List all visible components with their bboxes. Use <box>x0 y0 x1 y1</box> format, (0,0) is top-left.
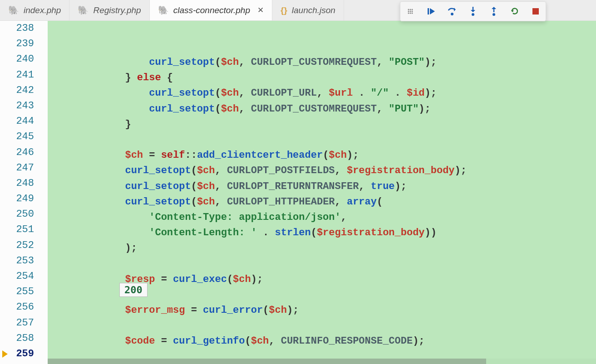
line-number-gutter[interactable]: 2382392402412422432442452462472482492502… <box>0 21 48 364</box>
line-number[interactable]: 256 <box>0 300 48 315</box>
line-number[interactable]: 245 <box>0 129 48 145</box>
line-number[interactable]: 247 <box>0 160 48 176</box>
close-icon[interactable]: ✕ <box>257 5 264 15</box>
line-number[interactable]: 241 <box>0 68 48 83</box>
code-line[interactable]: curl_setopt($ch, CURLOPT_CUSTOMREQUEST, … <box>48 102 596 117</box>
code-line[interactable]: curl_setopt($ch, CURLOPT_URL, $url . "/"… <box>48 86 596 101</box>
svg-point-8 <box>412 13 413 14</box>
step-out-button[interactable] <box>488 6 499 17</box>
svg-point-12 <box>472 13 474 16</box>
line-number[interactable]: 252 <box>0 238 48 253</box>
code-line[interactable]: } <box>48 117 596 132</box>
continue-button[interactable] <box>426 6 437 17</box>
stop-button[interactable] <box>530 6 541 17</box>
step-into-button[interactable] <box>468 6 478 17</box>
debug-toolbar <box>400 1 546 21</box>
code-line[interactable] <box>48 318 596 334</box>
line-number[interactable]: 243 <box>0 98 48 114</box>
code-line[interactable]: curl_setopt($ch, CURLOPT_RETURNTRANSFER,… <box>48 179 596 194</box>
code-line[interactable]: curl_setopt($ch, CURLOPT_HTTPHEADER, arr… <box>48 194 596 210</box>
tab-launch-json[interactable]: {}launch.json <box>272 0 344 20</box>
restart-button[interactable] <box>509 6 520 17</box>
code-line[interactable]: } else { <box>48 70 596 86</box>
line-number[interactable]: 253 <box>0 253 48 269</box>
line-number[interactable]: 254 <box>0 269 48 284</box>
tab-label: launch.json <box>292 5 335 15</box>
json-icon: {} <box>281 5 287 15</box>
tab-bar: 🐘index.php🐘Registry.php🐘class-connector.… <box>0 0 596 21</box>
debug-hover-value: 200 <box>119 283 148 297</box>
code-line[interactable]: $code = curl_getinfo($ch, CURLINFO_RESPO… <box>48 334 596 349</box>
code-line[interactable]: ); <box>48 241 596 256</box>
code-area[interactable]: curl_setopt($ch, CURLOPT_CUSTOMREQUEST, … <box>48 21 596 364</box>
tab-index-php[interactable]: 🐘index.php <box>0 0 69 20</box>
svg-point-5 <box>412 11 413 12</box>
code-line[interactable] <box>48 256 596 272</box>
line-number[interactable]: 249 <box>0 191 48 207</box>
svg-point-3 <box>408 11 409 12</box>
tab-label: index.php <box>24 5 61 15</box>
line-number[interactable]: 257 <box>0 315 48 331</box>
tab-Registry-php[interactable]: 🐘Registry.php <box>69 0 149 20</box>
scrollbar-thumb[interactable] <box>48 359 486 364</box>
drag-handle-icon[interactable] <box>405 6 416 17</box>
svg-point-6 <box>408 13 409 14</box>
svg-rect-15 <box>532 8 539 15</box>
line-number[interactable]: 251 <box>0 222 48 238</box>
tab-label: Registry.php <box>93 5 141 15</box>
php-icon: 🐘 <box>158 5 169 15</box>
code-line[interactable]: curl_setopt($ch, CURLOPT_POSTFIELDS, $re… <box>48 163 596 179</box>
code-line[interactable]: 'Content-Type: application/json', <box>48 210 596 225</box>
line-number[interactable]: 248 <box>0 176 48 191</box>
line-number[interactable]: 238 <box>0 21 48 36</box>
php-icon: 🐘 <box>78 5 89 15</box>
svg-point-2 <box>412 9 413 10</box>
code-editor[interactable]: 2382392402412422432442452462472482492502… <box>0 21 596 364</box>
horizontal-scrollbar[interactable] <box>48 359 596 364</box>
code-line[interactable] <box>48 132 596 148</box>
svg-point-1 <box>410 9 411 10</box>
svg-point-14 <box>493 13 495 16</box>
tab-class-connector-php[interactable]: 🐘class-connector.php✕ <box>150 0 272 20</box>
svg-point-4 <box>410 11 411 12</box>
code-line[interactable]: curl_setopt($ch, CURLOPT_CUSTOMREQUEST, … <box>48 55 596 70</box>
line-number[interactable]: 240 <box>0 52 48 67</box>
line-number[interactable]: 244 <box>0 114 48 129</box>
svg-point-0 <box>408 9 409 10</box>
line-number[interactable]: 250 <box>0 207 48 222</box>
code-line[interactable]: $ch = self::add_clientcert_header($ch); <box>48 148 596 163</box>
line-number[interactable]: 242 <box>0 83 48 98</box>
code-line[interactable]: 'Content-Length: ' . strlen($registratio… <box>48 225 596 241</box>
step-over-button[interactable] <box>447 6 458 17</box>
tab-label: class-connector.php <box>173 5 250 15</box>
code-line[interactable]: $error_msg = curl_error($ch); <box>48 303 596 318</box>
line-number[interactable]: 239 <box>0 36 48 52</box>
svg-point-10 <box>451 13 453 15</box>
execution-pointer-icon <box>2 350 8 358</box>
svg-point-7 <box>410 13 411 14</box>
svg-rect-9 <box>428 8 429 15</box>
line-number[interactable]: 255 <box>0 284 48 300</box>
line-number[interactable]: 246 <box>0 145 48 160</box>
line-number[interactable]: 259 <box>0 346 48 362</box>
php-icon: 🐘 <box>8 5 19 15</box>
line-number[interactable]: 258 <box>0 331 48 346</box>
